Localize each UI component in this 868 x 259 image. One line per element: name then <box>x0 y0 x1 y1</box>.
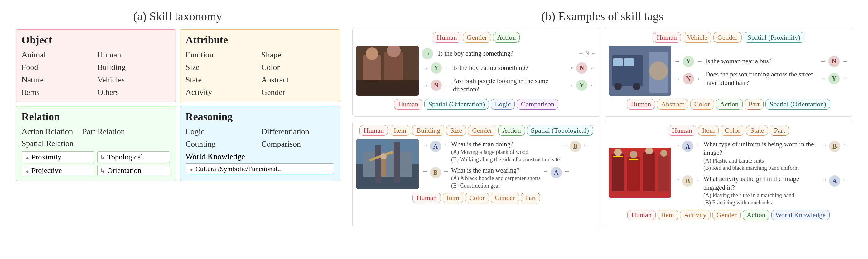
tag-human: Human <box>627 99 655 110</box>
example-box-2: Human Vehicle Gender Spatial (Proximity) <box>604 28 852 117</box>
relation-item: Action Relation <box>22 126 73 137</box>
arrow-icon: ↳ <box>188 165 194 173</box>
a-bubble: A <box>430 141 441 152</box>
mc-qa-4: → B ← What activity is the girl in the i… <box>674 175 848 206</box>
tag-building: Building <box>412 125 444 136</box>
tag-item: Item <box>657 210 678 220</box>
object-title: Object <box>22 34 170 46</box>
example-content-4: → A ← What type of uniform is being worn… <box>609 139 848 207</box>
example-image-3 <box>356 139 419 189</box>
tag-human: Human <box>653 32 681 43</box>
reasoning-item: Logic <box>186 126 258 137</box>
example-box-4: Human Item Color State Part <box>604 121 852 228</box>
qa-section-4: → A ← What type of uniform is being worn… <box>674 139 848 207</box>
example-image-2 <box>609 46 671 96</box>
tag-action: Action <box>743 210 770 220</box>
example-content-3: → A ← What is the man doing? (A) Moving … <box>356 139 596 190</box>
cultural-box: ↳ Cultural/Symbolic/Functional.. <box>186 163 334 174</box>
example-content-1: → Is the boy eating something? → N ← → Y… <box>356 46 596 96</box>
top-tags-3: Human Item Building Size Gender Action S… <box>356 125 596 136</box>
tag-spatial-orientation: Spatial (Orientation) <box>766 99 830 110</box>
tag-color: Color <box>465 193 489 203</box>
relation-item: Spatial Relation <box>22 138 73 149</box>
qa-flow-3: → Y ← Is the woman near a bus? → N ← <box>674 56 848 67</box>
svg-rect-20 <box>381 158 386 177</box>
tag-comparison: Comparison <box>517 99 558 110</box>
reasoning-item: Counting <box>186 139 258 149</box>
reasoning-item: Differentiation <box>261 126 334 137</box>
y-bubble: Y <box>683 56 694 67</box>
tag-item: Item <box>390 125 410 136</box>
tag-vehicle: Vehicle <box>683 32 712 43</box>
svg-rect-25 <box>643 152 655 191</box>
arrow-icon: ↳ <box>100 153 105 161</box>
n-bubble: N <box>828 56 840 67</box>
attribute-item: Activity <box>186 87 258 98</box>
tag-human: Human <box>412 193 441 203</box>
b-bubble: B <box>430 167 441 178</box>
object-item: Others <box>97 87 170 98</box>
tag-spatial-topological: Spatial (Topological) <box>527 125 593 136</box>
bottom-tags-2: Human Abstract Color Action Part Spatial… <box>609 99 848 110</box>
tag-human: Human <box>433 32 461 43</box>
proximity-box: ↳ Proximity <box>22 151 94 163</box>
q3: Is the woman near a bus? <box>705 57 817 65</box>
right-panel: (b) Examples of skill tags Human Gender … <box>346 6 859 253</box>
svg-rect-5 <box>356 80 419 96</box>
svg-rect-17 <box>375 145 381 183</box>
svg-point-11 <box>633 83 641 90</box>
object-item: Food <box>22 62 94 73</box>
question-text: Is the boy eating something? <box>438 49 576 58</box>
topological-box: ↳ Topological <box>97 151 170 163</box>
qa-flow-2: → N ← Are both people looking in the sam… <box>422 77 596 94</box>
tag-size: Size <box>446 125 466 136</box>
svg-rect-23 <box>612 154 624 191</box>
projective-box: ↳ Projective <box>22 165 94 176</box>
attribute-item: Abstract <box>261 75 334 85</box>
tag-gender: Gender <box>712 210 741 220</box>
attribute-item: Shape <box>261 50 334 60</box>
svg-rect-24 <box>627 157 640 191</box>
reasoning-box: Reasoning Logic Differentiation Counting… <box>180 106 340 181</box>
svg-rect-16 <box>363 152 412 177</box>
tag-logic: Logic <box>491 99 515 110</box>
svg-point-21 <box>380 153 386 160</box>
tag-color: Color <box>720 125 744 136</box>
y-bubble: Y <box>431 62 442 74</box>
tag-spatial-proximity: Spatial (Proximity) <box>744 32 804 43</box>
tag-spatial-orientation: Spatial (Orientation) <box>424 99 489 110</box>
a-bubble: A <box>551 167 562 178</box>
attribute-item: Size <box>186 62 258 73</box>
tag-human: Human <box>360 125 388 136</box>
relation-box: Relation Action Relation Part Relation S… <box>16 106 176 181</box>
answer-bubble: → <box>422 48 433 59</box>
mc-qa-2: → B ← What is the man wearing? (A) A bla… <box>422 166 596 190</box>
attribute-item: State <box>186 75 258 85</box>
attribute-items: Emotion Shape Size Color State Abstract … <box>186 50 334 98</box>
bottom-tags-4: Human Item Activity Gender Action World … <box>609 210 848 220</box>
proximity-label: Proximity <box>31 153 61 161</box>
example-box-1: Human Gender Action <box>352 28 600 117</box>
tag-part: Part <box>770 125 789 136</box>
bottom-tags-1: Human Spatial (Orientation) Logic Compar… <box>356 99 596 110</box>
tag-human: Human <box>394 99 423 110</box>
examples-grid: Human Gender Action <box>352 28 852 228</box>
tag-item: Item <box>698 125 719 136</box>
relation-sub-items: ↳ Proximity ↳ Topological ↳ Projective ↳… <box>22 151 170 176</box>
reasoning-title: Reasoning <box>186 111 334 123</box>
n-bubble: N <box>431 80 442 91</box>
cultural-label: Cultural/Symbolic/Functional.. <box>195 165 281 173</box>
tag-human: Human <box>668 125 696 136</box>
top-tags-4: Human Item Color State Part <box>609 125 848 136</box>
bottom-tags-3: Human Item Color Gender Part <box>356 193 596 203</box>
tag-color: Color <box>690 99 714 110</box>
q2: Are both people looking in the same dire… <box>453 77 565 94</box>
relation-item: Part Relation <box>82 126 125 137</box>
attribute-item: Gender <box>261 87 334 98</box>
tag-activity: Activity <box>680 210 711 220</box>
example-content-2: → Y ← Is the woman near a bus? → N ← → N… <box>609 46 848 96</box>
svg-point-28 <box>630 151 637 158</box>
object-items: Animal Human Food Building Nature Vehicl… <box>22 50 170 98</box>
tag-action: Action <box>716 99 743 110</box>
tag-action: Action <box>498 125 525 136</box>
